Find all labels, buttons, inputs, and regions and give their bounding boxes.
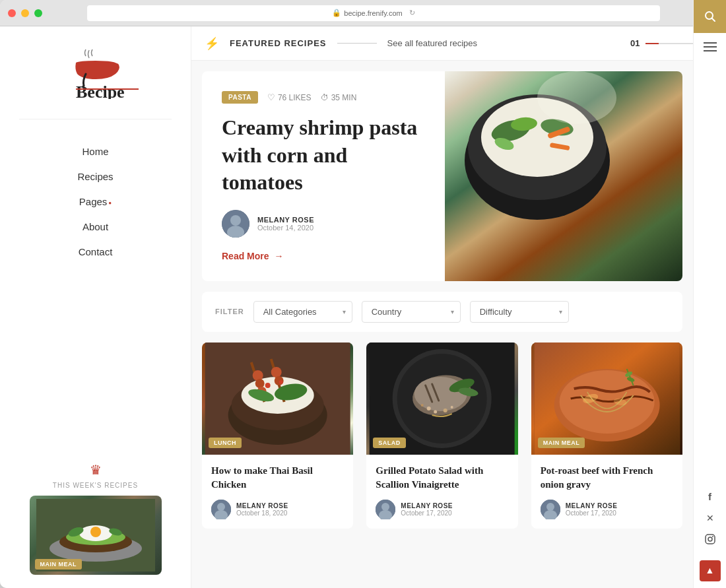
main-content: ⚡ FEATURED RECIPES See all featured reci… — [191, 26, 726, 588]
svg-point-23 — [542, 130, 544, 132]
svg-point-40 — [279, 380, 283, 384]
weeks-recipes-label: THIS WEEK'S RECIPES — [53, 482, 138, 489]
difficulty-filter-wrapper: Difficulty ▾ — [470, 301, 569, 323]
hamburger-line — [704, 50, 717, 51]
recipe-card-title: Grilled Potato Salad with Scallion Vinai… — [376, 464, 508, 492]
food-illustration — [445, 71, 630, 230]
recipe-card[interactable]: LUNCH How to make Thai Basil Chicken — [202, 343, 353, 529]
maximize-button[interactable] — [34, 9, 42, 17]
svg-point-54 — [434, 410, 437, 413]
svg-point-39 — [265, 383, 271, 388]
card-author-name: MELANY ROSE — [401, 502, 453, 509]
recipe-card-image: LUNCH — [202, 343, 353, 455]
read-more-label: Read More — [222, 251, 269, 261]
hero-category-badge: PASTA — [222, 91, 258, 104]
sidebar-bottom: ♛ THIS WEEK'S RECIPES — [0, 449, 191, 588]
home-link[interactable]: Home — [82, 146, 108, 157]
topbar-divider — [337, 43, 377, 44]
avatar — [211, 500, 231, 519]
about-link[interactable]: About — [82, 221, 108, 232]
refresh-icon[interactable]: ↻ — [409, 9, 415, 17]
contact-link[interactable]: Contact — [79, 246, 113, 257]
sidebar: Becipe Home Recipes Pages● About — [0, 26, 191, 588]
hero-section: PASTA ♡ 76 LIKES ⏱ 35 MIN Creamy shrimp … — [202, 71, 682, 281]
time-value: 35 MIN — [331, 93, 357, 102]
recipe-card-image: SALAD — [366, 343, 517, 455]
svg-point-77 — [712, 536, 713, 537]
sidebar-item-contact[interactable]: Contact — [0, 240, 191, 265]
svg-point-22 — [536, 126, 539, 129]
svg-rect-75 — [706, 535, 715, 544]
minimize-button[interactable] — [21, 9, 29, 17]
recipe-card-author: MELANY ROSE October 18, 2020 — [211, 500, 344, 519]
sidebar-item-recipes[interactable]: Recipes — [0, 164, 191, 189]
search-button[interactable] — [694, 26, 727, 33]
logo: Becipe — [50, 46, 142, 99]
close-button[interactable] — [8, 9, 16, 17]
hamburger-menu-button[interactable] — [696, 33, 725, 61]
recipe-card[interactable]: SALAD Grilled Potato Salad with Scallion… — [366, 343, 517, 529]
categories-filter[interactable]: All Categories — [253, 301, 352, 323]
svg-point-71 — [546, 503, 554, 511]
svg-point-32 — [255, 379, 265, 388]
sidebar-item-home[interactable]: Home — [0, 139, 191, 164]
svg-point-35 — [271, 367, 282, 377]
read-more-button[interactable]: Read More → — [222, 251, 284, 261]
heart-icon: ♡ — [267, 92, 275, 102]
author-date: October 14, 2020 — [257, 224, 314, 232]
sidebar-recipe-thumbnail[interactable]: MAIN MEAL — [30, 496, 162, 575]
scroll-top-button[interactable]: ▲ — [700, 560, 721, 581]
svg-point-11 — [230, 215, 241, 226]
recipe-card-body: Pot-roast beef with French onion gravy — [531, 455, 682, 529]
hero-time: ⏱ 35 MIN — [321, 93, 357, 102]
avatar — [222, 210, 249, 238]
recipe-card-author: MELANY ROSE October 17, 2020 — [376, 500, 508, 519]
hamburger-line — [704, 46, 717, 48]
pagination-progress-bar — [645, 43, 698, 44]
nav-divider — [19, 119, 172, 119]
right-panel: f ✕ ▲ — [693, 26, 726, 588]
svg-point-25 — [537, 71, 616, 124]
svg-point-7 — [90, 527, 101, 537]
lock-icon: 🔒 — [332, 9, 341, 17]
hamburger-line — [704, 42, 717, 44]
card-author-name: MELANY ROSE — [236, 502, 288, 509]
clock-icon: ⏱ — [321, 93, 329, 102]
pages-link[interactable]: Pages — [79, 196, 108, 207]
filter-label: FILTER — [215, 308, 244, 315]
facebook-icon[interactable]: f — [708, 491, 711, 502]
recipe-card[interactable]: MAIN MEAL Pot-roast beef with French oni… — [531, 343, 682, 529]
svg-point-56 — [451, 406, 453, 408]
filter-bar: FILTER All Categories ▾ Country ▾ Diffic… — [202, 292, 682, 332]
logo-area: Becipe — [36, 26, 155, 112]
nav-menu: Home Recipes Pages● About Contact — [0, 126, 191, 278]
pagination-fill — [645, 43, 659, 44]
sidebar-item-pages[interactable]: Pages● — [0, 189, 191, 214]
browser-window: 🔒 becipe.frenify.com ↻ + — [0, 0, 726, 588]
crown-icon: ♛ — [90, 462, 102, 478]
browser-titlebar: 🔒 becipe.frenify.com ↻ + — [0, 0, 726, 26]
arrow-icon: → — [275, 251, 284, 261]
page-current: 01 — [630, 38, 640, 48]
see-featured-link[interactable]: See all featured recipes — [387, 38, 478, 48]
twitter-icon[interactable]: ✕ — [706, 513, 714, 523]
recipe-card-title: Pot-roast beef with French onion gravy — [541, 464, 673, 492]
address-bar[interactable]: 🔒 becipe.frenify.com ↻ — [87, 5, 660, 21]
author-area: MELANY ROSE October 14, 2020 — [222, 210, 425, 238]
avatar — [541, 500, 560, 519]
sidebar-item-about[interactable]: About — [0, 214, 191, 240]
recipes-link[interactable]: Recipes — [77, 171, 113, 182]
difficulty-filter[interactable]: Difficulty — [470, 301, 569, 323]
pages-dot: ● — [108, 200, 112, 206]
instagram-icon[interactable] — [705, 534, 715, 547]
hero-likes: ♡ 76 LIKES — [267, 92, 312, 102]
svg-point-42 — [217, 503, 225, 511]
recipe-badge: LUNCH — [209, 438, 242, 448]
country-filter-wrapper: Country ▾ — [362, 301, 461, 323]
lightning-icon: ⚡ — [205, 36, 219, 51]
country-filter[interactable]: Country — [362, 301, 461, 323]
hero-image — [445, 71, 682, 281]
card-author-info: MELANY ROSE October 18, 2020 — [236, 502, 288, 517]
recipe-card-body: How to make Thai Basil Chicken MELA — [202, 455, 353, 529]
card-author-date: October 17, 2020 — [401, 509, 453, 517]
